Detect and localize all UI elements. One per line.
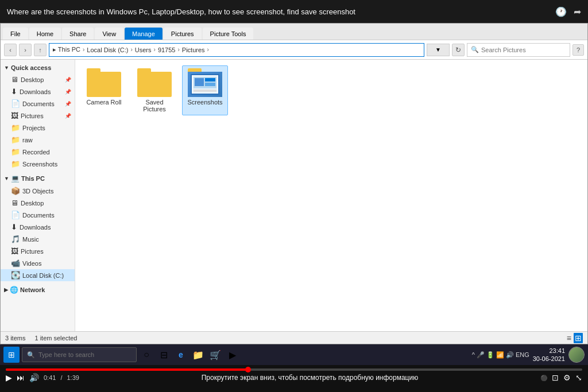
sidebar-videos[interactable]: 📹 Videos xyxy=(1,257,75,269)
file-area: Camera Roll Saved Pictures xyxy=(75,60,587,331)
next-button[interactable]: ⏭ xyxy=(17,373,25,382)
ribbon-tab-row: File Home Share View Manage Pictures Pic… xyxy=(1,24,587,40)
sidebar-desktop-pc[interactable]: 🖥 Desktop xyxy=(1,197,75,209)
sidebar-item-desktop[interactable]: 🖥 Desktop 📌 xyxy=(1,73,75,86)
screenshot-folder-preview xyxy=(191,74,219,95)
taskbar-search-box[interactable]: 🔍 xyxy=(22,347,137,362)
folder-screenshots[interactable]: Screenshots xyxy=(182,65,228,115)
clock-icon[interactable]: 🕐 xyxy=(555,6,567,17)
folder-camera-roll[interactable]: Camera Roll xyxy=(81,65,127,115)
dot-button[interactable]: ⚫ xyxy=(540,375,547,381)
folder-camera-roll-label: Camera Roll xyxy=(86,99,121,106)
play-button[interactable]: ▶ xyxy=(6,373,12,382)
taskbar-right: ^ 🎤 🔋 📶 🔊 ENG 23:41 30-06-2021 xyxy=(472,347,585,363)
list-view-icon[interactable]: ≡ xyxy=(567,333,571,343)
sidebar: ▼ Quick access 🖥 Desktop 📌 ⬇ Downloads 📌… xyxy=(1,60,75,331)
address-bar: ‹ › ↑ ▸ This PC › Local Disk (C:) › User… xyxy=(1,40,587,60)
search-input[interactable] xyxy=(481,46,556,53)
svg-rect-3 xyxy=(205,78,215,81)
sidebar-3d-objects[interactable]: 📦 3D Objects xyxy=(1,185,75,197)
systray-volume[interactable]: 🔊 xyxy=(506,351,514,359)
start-button[interactable]: ⊞ xyxy=(3,347,20,363)
video-progress-dot xyxy=(245,367,251,372)
downloads-icon: ⬇ xyxy=(11,87,17,96)
folder-screenshots-label: Screenshots xyxy=(187,99,222,106)
folder-saved-pictures[interactable]: Saved Pictures xyxy=(131,65,177,115)
forward-button[interactable]: › xyxy=(19,44,32,56)
ribbon: File Home Share View Manage Pictures Pic… xyxy=(1,24,587,40)
tab-pictures[interactable]: Pictures xyxy=(164,28,202,40)
refresh-button[interactable]: ↻ xyxy=(452,44,465,56)
settings-button[interactable]: ⚙ xyxy=(563,373,571,382)
network-icon: 🌐 xyxy=(10,286,18,294)
folder-saved-pictures-icon xyxy=(137,68,172,97)
taskbar-date: 30-06-2021 xyxy=(533,355,565,363)
taskbar-search-input[interactable] xyxy=(38,351,119,358)
taskbar-avatar[interactable] xyxy=(568,347,585,363)
video-progress-fill xyxy=(6,368,248,371)
status-bar: 3 items 1 item selected ≡ ⊞ xyxy=(1,331,587,344)
taskbar-task-view[interactable]: ⊟ xyxy=(156,347,171,362)
sidebar-local-disk[interactable]: 💽 Local Disk (C:) xyxy=(1,269,75,281)
sidebar-item-pictures-qa[interactable]: 🖼 Pictures 📌 xyxy=(1,110,75,122)
systray-network: 📶 xyxy=(496,351,504,359)
sidebar-network-header[interactable]: ▶ 🌐 Network xyxy=(1,284,75,296)
sidebar-item-projects[interactable]: 📁 Projects xyxy=(1,122,75,134)
systray-lang: ENG xyxy=(516,351,529,358)
taskbar-clock[interactable]: 23:41 30-06-2021 xyxy=(533,347,565,363)
taskbar-time: 23:41 xyxy=(533,347,565,355)
sidebar-downloads-pc[interactable]: ⬇ Downloads xyxy=(1,221,75,233)
video-subtitle: Прокрутите экран вниз, чтобы посмотреть … xyxy=(84,374,536,382)
sidebar-documents-pc[interactable]: 📄 Documents xyxy=(1,209,75,221)
network-label: Network xyxy=(20,286,45,293)
tab-picture-tools[interactable]: Picture Tools xyxy=(203,28,254,40)
tab-view[interactable]: View xyxy=(95,28,123,40)
projects-icon: 📁 xyxy=(11,123,20,132)
video-progress-bar[interactable] xyxy=(6,368,582,371)
pictures-pc-icon: 🖼 xyxy=(11,247,18,255)
share-icon[interactable]: ➦ xyxy=(574,6,581,17)
path-segment-0: ▸ This PC xyxy=(53,46,80,53)
sidebar-item-raw[interactable]: 📁 raw xyxy=(1,134,75,146)
fullscreen-button[interactable]: ⤡ xyxy=(575,373,582,382)
taskbar-cortana[interactable]: ○ xyxy=(139,347,154,362)
downloads-pc-icon: ⬇ xyxy=(11,223,17,231)
sidebar-quick-access-header[interactable]: ▼ Quick access xyxy=(1,62,75,73)
folder-camera-roll-icon xyxy=(87,68,121,97)
search-icon: 🔍 xyxy=(471,46,479,53)
controls-right: ⚫ ⊡ ⚙ ⤡ xyxy=(540,373,582,382)
systray: ^ 🎤 🔋 📶 🔊 ENG xyxy=(472,351,529,359)
sidebar-music[interactable]: 🎵 Music xyxy=(1,233,75,245)
grid-view-icon[interactable]: ⊞ xyxy=(574,333,583,343)
tab-file[interactable]: File xyxy=(3,28,28,40)
sidebar-item-documents[interactable]: 📄 Documents 📌 xyxy=(1,98,75,110)
volume-button[interactable]: 🔊 xyxy=(29,373,39,382)
sidebar-item-recorded[interactable]: 📁 Recorded xyxy=(1,146,75,158)
path-segment-2: Users xyxy=(135,46,152,53)
sidebar-item-screenshots-qa[interactable]: 📁 Screenshots xyxy=(1,158,75,170)
caption-button[interactable]: ⊡ xyxy=(552,373,559,382)
video-title-text: Where are the screenshots in Windows Pc,… xyxy=(7,7,555,16)
taskbar-store[interactable]: 🛒 xyxy=(208,347,223,362)
tab-home[interactable]: Home xyxy=(29,28,61,40)
taskbar-edge[interactable]: e xyxy=(173,347,188,362)
taskbar-media[interactable]: ▶ xyxy=(225,347,240,362)
address-path[interactable]: ▸ This PC › Local Disk (C:) › Users › 91… xyxy=(49,43,424,57)
desktop-icon: 🖥 xyxy=(11,75,18,84)
help-button[interactable]: ? xyxy=(572,44,584,56)
video-title-icons: 🕐 ➦ xyxy=(555,6,581,17)
taskbar-explorer[interactable]: 📁 xyxy=(191,347,206,362)
address-dropdown[interactable]: ▼ xyxy=(427,44,450,56)
sidebar-pictures-pc[interactable]: 🖼 Pictures xyxy=(1,245,75,257)
desktop-pc-icon: 🖥 xyxy=(11,199,18,207)
tab-share[interactable]: Share xyxy=(62,28,94,40)
back-button[interactable]: ‹ xyxy=(4,44,17,56)
sidebar-item-downloads[interactable]: ⬇ Downloads 📌 xyxy=(1,86,75,98)
tab-manage[interactable]: Manage xyxy=(125,28,163,40)
search-box[interactable]: 🔍 xyxy=(467,43,570,57)
up-button[interactable]: ↑ xyxy=(34,44,47,56)
svg-rect-5 xyxy=(194,90,216,92)
sidebar-this-pc-header[interactable]: ▼ 💻 This PC xyxy=(1,172,75,185)
systray-arrow[interactable]: ^ xyxy=(472,351,475,358)
video-controls-bar: ▶ ⏭ 🔊 0:41 / 1:39 Прокрутите экран вниз,… xyxy=(0,365,588,392)
